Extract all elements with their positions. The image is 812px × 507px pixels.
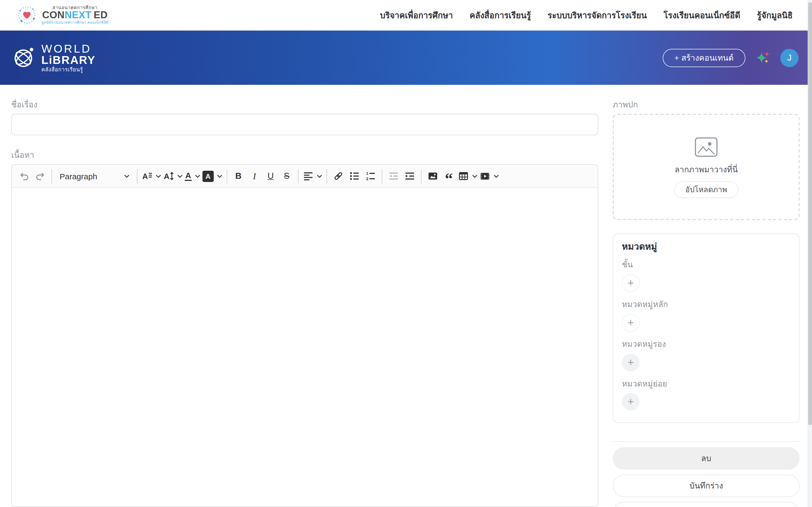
top-navigation: บริจาคเพื่อการศึกษา คลังสื่อการเรียนรู้ … (380, 8, 793, 22)
nav-item-connexted-schools[interactable]: โรงเรียนคอนเน็กซ์อีดี (663, 8, 740, 22)
toolbar-separator (137, 169, 138, 183)
numbered-list-icon: 1 2 (365, 171, 376, 181)
paragraph-style-dropdown[interactable]: Paragraph (55, 168, 134, 184)
categories-heading: หมวดหมู่ (622, 241, 791, 252)
strikethrough-button[interactable]: S (279, 168, 295, 184)
link-icon (333, 171, 344, 181)
svg-text:2: 2 (366, 176, 368, 181)
redo-button[interactable] (32, 168, 48, 184)
logo-subtitle: คลังสื่อการเรียนรู้ (41, 67, 96, 73)
editor-content[interactable] (12, 188, 598, 507)
insert-media-button[interactable] (479, 168, 500, 184)
editor-toolbar: Paragraph A A (12, 165, 598, 188)
add-secondary-category-button[interactable]: + (622, 353, 640, 371)
numbered-list-button[interactable]: 1 2 (363, 168, 379, 184)
chevron-down-icon (472, 174, 477, 178)
toolbar-separator (227, 169, 227, 183)
plus-icon: + (628, 396, 634, 407)
user-avatar[interactable]: J (780, 49, 799, 67)
font-family-icon: A (142, 171, 153, 181)
toolbar-separator (421, 169, 422, 183)
chevron-down-icon (317, 174, 322, 178)
outdent-button[interactable] (386, 168, 402, 184)
content-label: เนื้อหา (11, 151, 598, 159)
add-main-category-button[interactable]: + (622, 314, 640, 332)
insert-media-icon (480, 171, 490, 181)
scrollbar-thumb[interactable] (808, 2, 812, 425)
world-library-globe-icon (11, 45, 37, 70)
category-label-main: หมวดหมู่หลัก (622, 299, 791, 310)
add-grade-button[interactable]: + (622, 274, 640, 292)
svg-text:A: A (142, 172, 148, 181)
bold-icon: B (235, 172, 241, 180)
font-background-color-icon: A (203, 170, 214, 182)
drop-hint-text: ลากภาพมาวางที่นี่ (674, 163, 738, 176)
category-label-secondary: หมวดหมู่รอง (622, 339, 791, 349)
cover-image-dropzone[interactable]: ลากภาพมาวางที่นี่ อัปโหลดภาพ (613, 114, 800, 220)
sidebar: ภาพปก ลากภาพมาวางที่นี่ อัปโหลดภาพ หมวดห… (613, 85, 800, 507)
insert-table-button[interactable] (457, 168, 479, 184)
font-background-color-button[interactable]: A (201, 168, 223, 184)
chevron-down-icon (124, 174, 129, 178)
toolbar-separator (298, 169, 299, 183)
italic-icon: I (253, 171, 256, 181)
undo-icon (19, 171, 30, 181)
indent-button[interactable] (402, 168, 418, 184)
font-color-icon: A (185, 171, 192, 181)
insert-image-button[interactable] (425, 168, 441, 184)
toolbar-separator (382, 169, 382, 183)
submit-review-publish-button[interactable]: ส่งตรวจสอบและเผยแพร่ (613, 502, 800, 507)
toolbar-separator (327, 169, 327, 183)
italic-button[interactable]: I (247, 168, 263, 184)
strikethrough-icon: S (284, 172, 289, 180)
bulleted-list-button[interactable] (346, 168, 363, 184)
undo-button[interactable] (16, 168, 32, 184)
insert-image-icon (428, 171, 438, 181)
upload-image-button[interactable]: อัปโหลดภาพ (674, 181, 739, 198)
svg-text:A: A (164, 172, 169, 181)
sparkles-icon[interactable] (756, 50, 770, 65)
block-quote-button[interactable]: “ (441, 168, 457, 184)
outdent-icon (388, 171, 399, 181)
category-label-grade: ชั้น (622, 260, 791, 270)
plus-icon: + (628, 317, 634, 328)
brand-tagline-bottom: มูลนิธิสานอนาคตการศึกษา คอนเน็กซ์อีดี (41, 21, 108, 25)
add-sub-category-button[interactable]: + (622, 393, 640, 411)
indent-icon (404, 171, 415, 181)
logo-line1: WORLD (41, 43, 96, 54)
title-input[interactable] (11, 114, 598, 135)
link-button[interactable] (330, 168, 346, 184)
chevron-down-icon (177, 174, 182, 178)
insert-table-icon (458, 171, 469, 181)
delete-button[interactable]: ลบ (613, 447, 800, 470)
bold-button[interactable]: B (230, 168, 247, 184)
font-family-button[interactable]: A (141, 168, 162, 184)
create-content-button[interactable]: + สร้างคอนเทนต์ (663, 49, 745, 67)
world-library-logo[interactable]: WORLD LiBRARY คลังสื่อการเรียนรู้ (11, 43, 96, 73)
underline-button[interactable]: U (263, 168, 279, 184)
text-alignment-button[interactable] (302, 168, 323, 184)
categories-card: หมวดหมู่ ชั้น + หมวดหมู่หลัก + หมวดหมู่ร… (613, 233, 800, 423)
block-quote-icon: “ (445, 175, 453, 182)
nav-item-about-foundation[interactable]: รู้จักมูลนิธิ (757, 8, 793, 22)
plus-icon: + (628, 357, 634, 368)
svg-text:1: 1 (366, 171, 368, 175)
redo-icon (35, 171, 46, 181)
image-placeholder-icon (694, 136, 718, 158)
plus-icon: + (628, 278, 634, 288)
font-size-button[interactable]: A (162, 168, 184, 184)
bulleted-list-icon (349, 171, 360, 181)
font-color-button[interactable]: A (184, 168, 201, 184)
rich-text-editor: Paragraph A A (11, 164, 598, 507)
category-label-sub: หมวดหมู่ย่อย (622, 379, 791, 389)
topbar: สานอนาคตการศึกษา CONNEXTED มูลนิธิสานอนา… (0, 0, 812, 31)
nav-item-school-management[interactable]: ระบบบริหารจัดการโรงเรียน (547, 8, 647, 22)
nav-item-donate[interactable]: บริจาคเพื่อการศึกษา (380, 8, 453, 22)
save-draft-button[interactable]: บันทึกร่าง (613, 475, 800, 497)
chevron-down-icon (156, 174, 161, 178)
nav-item-media-library[interactable]: คลังสื่อการเรียนรู้ (470, 8, 531, 22)
app-header: WORLD LiBRARY คลังสื่อการเรียนรู้ + สร้า… (0, 31, 812, 85)
page-scrollbar[interactable] (808, 0, 812, 507)
connexted-logo[interactable]: สานอนาคตการศึกษา CONNEXTED มูลนิธิสานอนา… (16, 4, 108, 26)
cover-image-label: ภาพปก (613, 100, 800, 108)
